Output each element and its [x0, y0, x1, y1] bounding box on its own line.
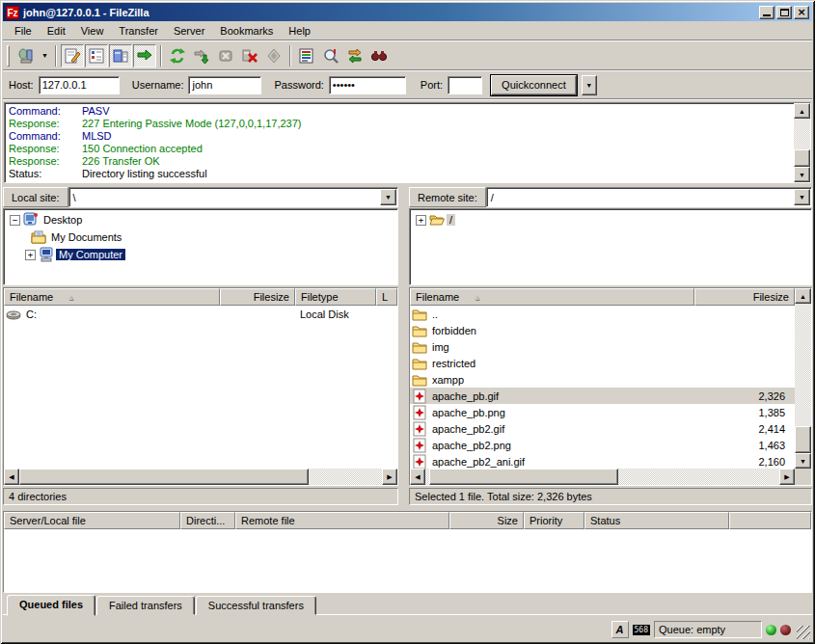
site-manager-dropdown[interactable]: ▼	[39, 44, 51, 67]
remote-file-row[interactable]: apache_pb2.gif 2,414	[410, 420, 795, 437]
cancel-operation-button[interactable]	[214, 44, 237, 67]
site-manager-button[interactable]	[14, 44, 38, 67]
port-input[interactable]	[448, 76, 482, 94]
local-horizontal-scrollbar[interactable]: ◀ ▶	[4, 469, 397, 485]
remote-horizontal-scrollbar[interactable]: ◀ ▶	[410, 469, 811, 485]
menu-view[interactable]: View	[73, 23, 112, 39]
scrollbar-thumb[interactable]	[794, 149, 810, 167]
titlebar[interactable]: Fz john@127.0.0.1 - FileZilla ×	[3, 3, 812, 21]
menu-file[interactable]: File	[7, 23, 40, 39]
find-files-button[interactable]	[367, 44, 391, 67]
toolbar-gripper[interactable]	[7, 45, 10, 67]
minimize-button[interactable]	[759, 6, 774, 19]
remote-file-row[interactable]: ..	[410, 306, 795, 322]
scroll-down-icon[interactable]: ▼	[794, 167, 810, 182]
refresh-button[interactable]	[166, 44, 189, 67]
tree-item-label[interactable]: My Documents	[48, 231, 124, 243]
expand-icon[interactable]: +	[25, 250, 36, 260]
column-header-lastmodified[interactable]: L	[376, 288, 397, 306]
remote-site-value[interactable]: /	[487, 188, 793, 206]
column-header-direction[interactable]: Directi...	[180, 512, 235, 529]
tab-queued-files[interactable]: Queued files	[7, 595, 95, 616]
scrollbar-thumb[interactable]	[19, 469, 309, 485]
expand-icon[interactable]: +	[416, 215, 426, 226]
column-header-filesize[interactable]: Filesize	[694, 288, 795, 306]
log-label: Response:	[9, 155, 82, 168]
menu-bookmarks[interactable]: Bookmarks	[212, 23, 281, 39]
quickconnect-button[interactable]: Quickconnect	[491, 75, 577, 95]
toggle-message-log-button[interactable]	[61, 44, 84, 67]
directory-listing-filters-button[interactable]	[295, 44, 318, 67]
column-header-filename[interactable]: Filename▲	[410, 288, 694, 306]
app-icon[interactable]: Fz	[6, 6, 19, 19]
tree-item-label[interactable]: /	[447, 214, 455, 226]
column-header-priority[interactable]: Priority	[524, 512, 584, 529]
menu-help[interactable]: Help	[281, 23, 318, 39]
collapse-icon[interactable]: −	[10, 215, 20, 226]
remote-site-combo[interactable]: / ▼	[486, 187, 812, 207]
resize-grip[interactable]	[797, 626, 810, 639]
menu-server[interactable]: Server	[166, 23, 212, 39]
remote-file-row[interactable]: img	[410, 338, 795, 355]
menu-edit[interactable]: Edit	[40, 23, 73, 39]
remote-file-row[interactable]: restricted	[410, 355, 795, 371]
scroll-right-icon[interactable]: ▶	[382, 469, 397, 485]
close-button[interactable]: ×	[794, 6, 809, 19]
synchronized-browsing-button[interactable]	[343, 44, 367, 67]
toggle-local-treeview-button[interactable]	[85, 44, 108, 67]
remote-file-row-selected[interactable]: apache_pb.gif 2,326	[410, 388, 795, 404]
chevron-down-icon[interactable]: ▼	[380, 189, 396, 205]
local-list-rows: C: Local Disk	[4, 306, 397, 469]
directory-comparison-button[interactable]	[319, 44, 342, 67]
column-header-filetype[interactable]: Filetype	[295, 288, 376, 306]
scroll-up-icon[interactable]: ▲	[795, 288, 811, 304]
tab-failed-transfers[interactable]: Failed transfers	[96, 596, 195, 615]
chevron-down-icon[interactable]: ▼	[794, 189, 810, 205]
log-scrollbar[interactable]: ▲ ▼	[794, 103, 810, 182]
remote-file-row[interactable]: apache_pb2_ani.gif 2,160	[410, 453, 795, 469]
column-header-status[interactable]: Status	[584, 512, 729, 529]
column-header-filesize[interactable]: Filesize	[220, 288, 295, 306]
column-header-filename[interactable]: Filename▲	[4, 288, 220, 306]
local-site-combo[interactable]: \ ▼	[68, 187, 398, 207]
process-queue-button[interactable]	[190, 44, 213, 67]
tab-successful-transfers[interactable]: Successful transfers	[196, 596, 316, 615]
scroll-right-icon[interactable]: ▶	[779, 469, 795, 485]
tree-item-label[interactable]: My Computer	[56, 249, 125, 260]
username-input[interactable]	[188, 76, 261, 94]
menu-transfer[interactable]: Transfer	[111, 23, 166, 39]
column-header-remote-file[interactable]: Remote file	[235, 512, 449, 529]
scroll-left-icon[interactable]: ◀	[410, 469, 425, 485]
tree-item-my-documents[interactable]: My Documents	[4, 228, 397, 246]
scrollbar-thumb[interactable]	[795, 426, 811, 453]
tree-item-root[interactable]: + /	[410, 211, 811, 228]
quickconnect-dropdown[interactable]: ▼	[582, 75, 597, 95]
remote-file-row[interactable]: forbidden	[410, 322, 795, 338]
column-header-size[interactable]: Size	[449, 512, 524, 529]
remote-vertical-scrollbar[interactable]: ▲ ▼	[795, 288, 811, 469]
password-input[interactable]	[329, 76, 406, 94]
host-input[interactable]	[39, 76, 120, 94]
column-header-server-local-file[interactable]: Server/Local file	[4, 512, 180, 529]
toggle-transfer-queue-button[interactable]	[133, 44, 156, 67]
maximize-button[interactable]	[776, 6, 792, 19]
scroll-up-icon[interactable]: ▲	[794, 103, 810, 119]
remote-file-row[interactable]: xampp	[410, 371, 795, 388]
tree-item-my-computer[interactable]: + My Computer	[4, 246, 397, 263]
scroll-left-icon[interactable]: ◀	[4, 469, 19, 485]
transfer-type-icon[interactable]: A	[611, 621, 629, 638]
disconnect-button[interactable]	[238, 44, 261, 67]
tree-item-desktop[interactable]: − Desktop	[4, 211, 397, 228]
local-file-row[interactable]: C: Local Disk	[4, 306, 397, 322]
speed-limit-icon[interactable]: 568	[633, 625, 650, 635]
remote-file-row[interactable]: apache_pb2.png 1,463	[410, 437, 795, 453]
scrollbar-thumb[interactable]	[429, 469, 618, 485]
scroll-down-icon[interactable]: ▼	[795, 453, 811, 469]
reconnect-button[interactable]	[262, 44, 285, 67]
remote-file-row[interactable]: apache_pb.png 1,385	[410, 404, 795, 420]
local-site-value[interactable]: \	[69, 188, 379, 206]
tree-item-label[interactable]: Desktop	[41, 214, 85, 226]
pane-splitter[interactable]	[398, 187, 409, 505]
queue-body[interactable]	[4, 529, 811, 592]
toggle-remote-treeview-button[interactable]	[109, 44, 132, 67]
